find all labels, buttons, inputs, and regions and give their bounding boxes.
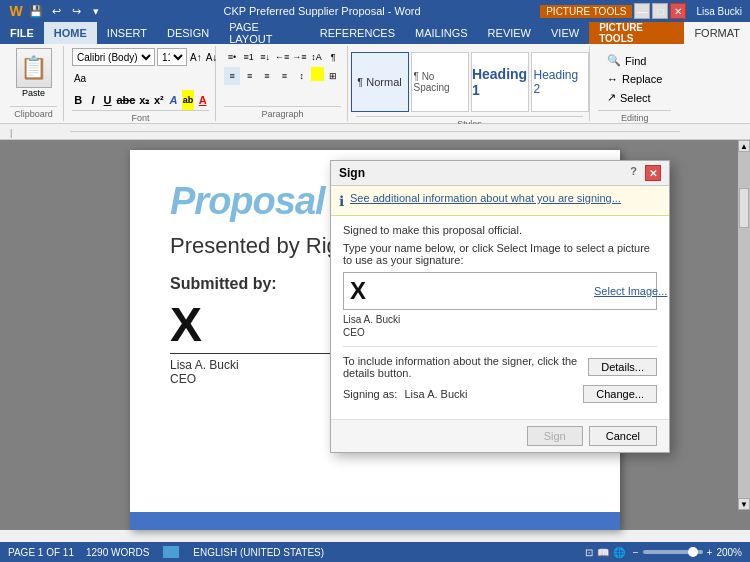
- style-heading-1[interactable]: Heading 1: [471, 52, 529, 112]
- window-controls: PICTURE TOOLS — □ ✕ Lisa Bucki: [540, 3, 742, 19]
- signer-title: CEO: [343, 327, 657, 338]
- style-normal[interactable]: ¶ Normal: [351, 52, 409, 112]
- title-bar: W 💾 ↩ ↪ ▾ CKP Preferred Supplier Proposa…: [0, 0, 750, 22]
- scroll-thumb[interactable]: [739, 188, 749, 228]
- minimize-button[interactable]: —: [634, 3, 650, 19]
- underline-button[interactable]: U: [101, 90, 114, 110]
- select-icon: ↗: [607, 91, 616, 104]
- paste-icon: 📋: [16, 48, 52, 88]
- tab-page-layout[interactable]: PAGE LAYOUT: [219, 22, 310, 44]
- paragraph-label: Paragraph: [224, 106, 341, 119]
- zoom-in-button[interactable]: +: [707, 547, 713, 558]
- signing-as-label: Signing as: Lisa A. Bucki: [343, 388, 467, 400]
- tab-home[interactable]: HOME: [44, 22, 97, 44]
- align-left-button[interactable]: ≡: [224, 67, 240, 85]
- signature-input-row: X Select Image...: [343, 272, 657, 310]
- sign-button[interactable]: Sign: [527, 426, 583, 446]
- zoom-out-button[interactable]: −: [633, 547, 639, 558]
- style-nospace-preview: ¶ No Spacing: [414, 71, 466, 93]
- zoom-slider[interactable]: [643, 550, 703, 554]
- select-label: Select: [620, 92, 651, 104]
- show-formatting-button[interactable]: ¶: [325, 48, 341, 66]
- redo-button[interactable]: ↪: [68, 3, 84, 19]
- scroll-down-button[interactable]: ▼: [738, 498, 750, 510]
- dialog-message: Signed to make this proposal official.: [343, 224, 657, 236]
- justify-button[interactable]: ≡: [276, 67, 292, 85]
- change-button[interactable]: Change...: [583, 385, 657, 403]
- change-case-button[interactable]: Aа: [72, 70, 88, 86]
- style-normal-preview: ¶ Normal: [357, 76, 401, 88]
- font-grow-button[interactable]: A↑: [189, 49, 203, 65]
- align-right-button[interactable]: ≡: [259, 67, 275, 85]
- paste-label: Paste: [22, 88, 45, 98]
- print-layout-button[interactable]: ⊡: [585, 547, 593, 558]
- signing-as-name: Lisa A. Bucki: [405, 388, 468, 400]
- shading-button[interactable]: [311, 67, 324, 81]
- document-check-icon: [163, 546, 179, 558]
- scroll-up-button[interactable]: ▲: [738, 140, 750, 152]
- font-color-button[interactable]: A: [196, 90, 209, 110]
- info-link[interactable]: See additional information about what yo…: [350, 192, 621, 204]
- customize-button[interactable]: ▾: [88, 3, 104, 19]
- signature-input[interactable]: [372, 277, 588, 305]
- sort-button[interactable]: ↕A: [309, 48, 325, 66]
- select-button[interactable]: ↗ Select: [602, 89, 667, 106]
- find-button[interactable]: 🔍 Find: [602, 52, 667, 69]
- tab-insert[interactable]: INSERT: [97, 22, 157, 44]
- italic-button[interactable]: I: [87, 90, 100, 110]
- strikethrough-button[interactable]: abc: [116, 90, 136, 110]
- sign-dialog: Sign ? ✕ ℹ See additional information ab…: [330, 160, 670, 453]
- line-spacing-button[interactable]: ↕: [294, 67, 310, 85]
- font-name-select[interactable]: Calibri (Body): [72, 48, 155, 66]
- subscript-button[interactable]: x₂: [138, 90, 151, 110]
- style-heading-2[interactable]: Heading 2: [531, 52, 589, 112]
- close-button[interactable]: ✕: [670, 3, 686, 19]
- cancel-button[interactable]: Cancel: [589, 426, 657, 446]
- style-h1-preview: Heading 1: [472, 66, 527, 98]
- increase-indent-button[interactable]: →≡: [291, 48, 307, 66]
- tab-format[interactable]: FORMAT: [684, 22, 750, 44]
- superscript-button[interactable]: x²: [153, 90, 166, 110]
- dialog-footer: Sign Cancel: [331, 419, 669, 452]
- document-area: Proposal Presented by RightSize Manufact…: [0, 140, 750, 530]
- web-layout-button[interactable]: 🌐: [613, 547, 625, 558]
- tab-review[interactable]: REVIEW: [478, 22, 541, 44]
- dialog-help-icon[interactable]: ?: [630, 165, 637, 181]
- save-button[interactable]: 💾: [28, 3, 44, 19]
- text-highlight-button[interactable]: ab: [182, 90, 195, 110]
- select-image-link[interactable]: Select Image...: [594, 285, 667, 297]
- tab-mailings[interactable]: MAILINGS: [405, 22, 478, 44]
- multilevel-button[interactable]: ≡↓: [257, 48, 273, 66]
- clipboard-label: Clipboard: [10, 106, 57, 119]
- paste-button[interactable]: 📋 Paste: [16, 48, 52, 98]
- replace-button[interactable]: ↔ Replace: [602, 71, 667, 87]
- bold-button[interactable]: B: [72, 90, 85, 110]
- details-button[interactable]: Details...: [588, 358, 657, 376]
- user-name: Lisa Bucki: [696, 6, 742, 17]
- borders-button[interactable]: ⊞: [325, 67, 341, 85]
- vertical-scrollbar[interactable]: ▲ ▼: [738, 140, 750, 510]
- styles-group: ¶ Normal ¶ No Spacing Heading 1 Heading …: [350, 46, 590, 121]
- decrease-indent-button[interactable]: ←≡: [274, 48, 290, 66]
- read-mode-button[interactable]: 📖: [597, 547, 609, 558]
- editing-label: Editing: [598, 110, 671, 123]
- restore-button[interactable]: □: [652, 3, 668, 19]
- tab-design[interactable]: DESIGN: [157, 22, 219, 44]
- undo-button[interactable]: ↩: [48, 3, 64, 19]
- details-text: To include information about the signer,…: [343, 355, 580, 379]
- align-center-button[interactable]: ≡: [241, 67, 257, 85]
- dialog-close-button[interactable]: ✕: [645, 165, 661, 181]
- style-no-spacing[interactable]: ¶ No Spacing: [411, 52, 469, 112]
- font-size-select[interactable]: 11: [157, 48, 187, 66]
- document-blue-bar: [130, 512, 620, 530]
- tab-view[interactable]: VIEW: [541, 22, 589, 44]
- numbering-button[interactable]: ≡1: [241, 48, 257, 66]
- dialog-title-bar: Sign ? ✕: [331, 161, 669, 186]
- tab-references[interactable]: REFERENCES: [310, 22, 405, 44]
- paragraph-group: ≡• ≡1 ≡↓ ←≡ →≡ ↕A ¶ ≡ ≡ ≡ ≡ ↕ ⊞ Paragrap…: [218, 46, 348, 121]
- bullets-button[interactable]: ≡•: [224, 48, 240, 66]
- text-effects-button[interactable]: A: [167, 90, 180, 110]
- tab-file[interactable]: FILE: [0, 22, 44, 44]
- font-shrink-button[interactable]: A↓: [205, 49, 219, 65]
- dialog-title-actions: ? ✕: [630, 165, 661, 181]
